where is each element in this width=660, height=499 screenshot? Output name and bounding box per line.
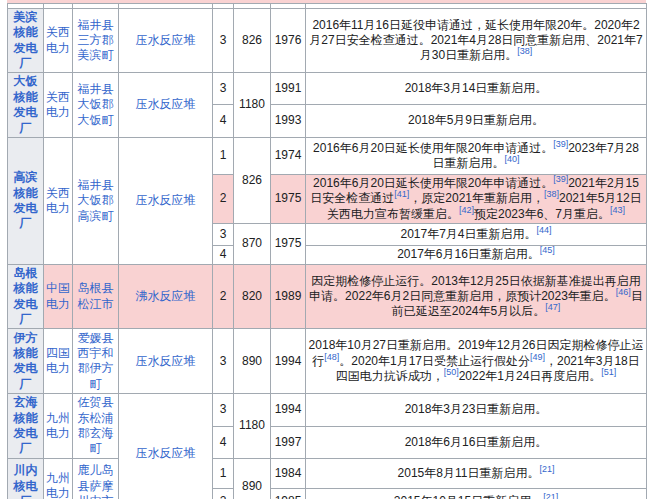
- output-cell: 1180: [234, 73, 271, 137]
- reference-link[interactable]: [48]: [324, 352, 339, 362]
- reference-link[interactable]: [21]: [543, 492, 558, 499]
- year-cell: 1975: [271, 174, 306, 223]
- location-cell: 福井县三方郡美滨町: [73, 9, 119, 73]
- plant-link[interactable]: 美滨核能发电厂: [14, 10, 38, 70]
- output-cell: 890: [234, 458, 271, 499]
- year-cell: 1984: [271, 458, 306, 488]
- plant-link[interactable]: 岛根核能发电厂: [14, 266, 38, 326]
- table-row: 大饭核能发电厂 关西电力 福井县大饭郡大饭町 压水反应堆 3 1180 1991…: [8, 73, 647, 105]
- reference-link[interactable]: [44]: [537, 225, 552, 235]
- reference-link[interactable]: [42]: [459, 205, 474, 215]
- location-link[interactable]: 福井县大饭郡高滨町: [78, 178, 114, 223]
- location-link[interactable]: 爱媛县西宇和郡伊方町: [78, 331, 114, 391]
- reactor-type-link[interactable]: 沸水反应堆: [136, 289, 196, 303]
- company-link[interactable]: 关西电力: [46, 90, 70, 119]
- plant-link[interactable]: 高滨核能发电厂: [14, 170, 38, 230]
- table-row: 川内核电厂 九州电力 鹿儿岛县萨摩川内市 1 890 1984 2015年8月1…: [8, 458, 647, 488]
- plant-name-cell: 美滨核能发电厂: [8, 9, 44, 73]
- company-cell: 四国电力: [44, 329, 73, 394]
- reference-link[interactable]: [50]: [444, 367, 459, 377]
- reference-link[interactable]: [43]: [610, 205, 625, 215]
- unit-cell: 3: [213, 223, 234, 245]
- nuclear-plants-table: 美滨核能发电厂 关西电力 福井县三方郡美滨町 压水反应堆 3 826 1976 …: [7, 3, 647, 499]
- plant-link[interactable]: 大饭核能发电厂: [14, 74, 38, 134]
- reactor-type-link[interactable]: 压水反应堆: [136, 193, 196, 207]
- reactor-type-link[interactable]: 压水反应堆: [136, 33, 196, 47]
- reference-link[interactable]: [39]: [553, 139, 568, 149]
- reference-link[interactable]: [51]: [601, 367, 616, 377]
- note-cell: 2017年6月16日重新启用。[45]: [306, 245, 647, 264]
- note-text: 2018年3月14日重新启用。: [405, 81, 548, 95]
- reactor-type-link[interactable]: 压水反应堆: [136, 446, 196, 460]
- plant-name-cell: 岛根核能发电厂: [8, 264, 44, 328]
- note-cell: 2018年6月16日重新启用。: [306, 426, 647, 458]
- note-cell: 2018年3月23日重新启用。: [306, 394, 647, 426]
- output-cell: 1180: [234, 394, 271, 458]
- location-cell: 佐贺县东松浦郡玄海町: [73, 394, 119, 458]
- year-cell: 1976: [271, 9, 306, 73]
- table-row: 美滨核能发电厂 关西电力 福井县三方郡美滨町 压水反应堆 3 826 1976 …: [8, 9, 647, 73]
- plant-name-cell: 高滨核能发电厂: [8, 137, 44, 264]
- location-link[interactable]: 福井县大饭郡大饭町: [78, 82, 114, 127]
- unit-cell: 3: [213, 329, 234, 394]
- year-cell: 1975: [271, 223, 306, 264]
- reference-link[interactable]: [45]: [540, 245, 555, 255]
- unit-cell: 3: [213, 394, 234, 426]
- company-cell: 九州电力: [44, 394, 73, 458]
- note-text: 2017年7月4日重新启用。[44]: [400, 227, 551, 241]
- reactor-type-cell: 压水反应堆: [119, 73, 213, 137]
- company-link[interactable]: 九州电力: [46, 471, 70, 499]
- plant-link[interactable]: 玄海核能发电厂: [14, 395, 38, 455]
- note-text: 2017年6月16日重新启用。[45]: [397, 247, 555, 261]
- location-link[interactable]: 福井县三方郡美滨町: [78, 18, 114, 63]
- year-cell: 1991: [271, 73, 306, 105]
- company-link[interactable]: 关西电力: [46, 186, 70, 215]
- reference-link[interactable]: [38]: [517, 46, 532, 56]
- company-link[interactable]: 四国电力: [46, 346, 70, 375]
- plant-link[interactable]: 川内核电厂: [14, 463, 38, 499]
- plant-name-cell: 伊方核能发电厂: [8, 329, 44, 394]
- location-link[interactable]: 佐贺县东松浦郡玄海町: [78, 395, 114, 455]
- reference-link[interactable]: [46]: [616, 287, 631, 297]
- reactor-type-link[interactable]: 压水反应堆: [136, 97, 196, 111]
- plant-name-cell: 玄海核能发电厂: [8, 394, 44, 458]
- reactor-type-link[interactable]: 压水反应堆: [136, 354, 196, 368]
- reactor-type-cell: 压水反应堆: [119, 329, 213, 394]
- year-cell: 1997: [271, 426, 306, 458]
- reference-link[interactable]: [39]: [553, 174, 568, 184]
- output-cell: 820: [234, 264, 271, 328]
- location-link[interactable]: 鹿儿岛县萨摩川内市: [78, 463, 114, 499]
- unit-cell: 4: [213, 105, 234, 138]
- location-cell: 鹿儿岛县萨摩川内市: [73, 458, 119, 499]
- note-text: 2015年8月11日重新启用。[21]: [398, 466, 555, 480]
- note-text: 2016年11月16日延役申请通过，延长使用年限20年。2020年2月27日安全…: [309, 18, 642, 63]
- reference-link[interactable]: [21]: [539, 464, 554, 474]
- plant-link[interactable]: 伊方核能发电厂: [14, 331, 38, 391]
- reference-link[interactable]: [41]: [394, 189, 409, 199]
- company-link[interactable]: 关西电力: [46, 25, 70, 54]
- note-cell: 2016年11月16日延役申请通过，延长使用年限20年。2020年2月27日安全…: [306, 9, 647, 73]
- note-cell: 2018年3月14日重新启用。: [306, 73, 647, 105]
- company-link[interactable]: 中国电力: [46, 281, 70, 310]
- note-cell: 2015年8月11日重新启用。[21]: [306, 458, 647, 488]
- reactor-type-cell: 压水反应堆: [119, 9, 213, 73]
- location-link[interactable]: 岛根县松江市: [78, 281, 114, 310]
- company-cell: 关西电力: [44, 137, 73, 264]
- year-cell: 1974: [271, 137, 306, 174]
- location-cell: 岛根县松江市: [73, 264, 119, 328]
- reference-link[interactable]: [49]: [530, 352, 545, 362]
- unit-cell: 4: [213, 426, 234, 458]
- table-row: 玄海核能发电厂 九州电力 佐贺县东松浦郡玄海町 压水反应堆 3 1180 199…: [8, 394, 647, 426]
- output-cell: 826: [234, 137, 271, 223]
- note-cell: 2017年7月4日重新启用。[44]: [306, 223, 647, 245]
- note-cell: 2016年6月20日延长使用年限20年申请通过。[39]2023年7月28日重新…: [306, 137, 647, 174]
- company-link[interactable]: 九州电力: [46, 411, 70, 440]
- reference-link[interactable]: [47]: [545, 302, 560, 312]
- plant-name-cell: 川内核电厂: [8, 458, 44, 499]
- reactor-type-cell: 沸水反应堆: [119, 264, 213, 328]
- note-text: 2018年5月9日重新启用。: [408, 113, 544, 127]
- year-cell: 1989: [271, 264, 306, 328]
- reference-link[interactable]: [38]: [544, 189, 559, 199]
- reference-link[interactable]: [40]: [504, 154, 519, 164]
- location-cell: 福井县大饭郡大饭町: [73, 73, 119, 137]
